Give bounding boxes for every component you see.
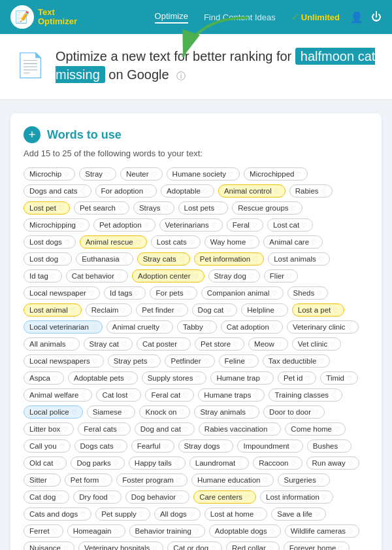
heart-icon[interactable]: ♡: [252, 256, 258, 263]
heart-icon[interactable]: ♡: [179, 341, 185, 348]
nav-find-content[interactable]: Find Content Ideas: [204, 12, 276, 22]
heart-icon[interactable]: ♡: [178, 494, 184, 501]
tag-item[interactable]: Lost at home♡: [204, 507, 267, 521]
tag-item[interactable]: Id tag♡: [24, 269, 62, 283]
tag-item[interactable]: Cat lost♡: [96, 388, 141, 402]
tag-item[interactable]: Veterinary clinic♡: [287, 320, 359, 334]
heart-icon[interactable]: ♡: [296, 171, 302, 178]
heart-icon[interactable]: ♡: [321, 494, 327, 501]
heart-icon[interactable]: ♡: [255, 511, 261, 518]
tag-item[interactable]: Lost animals♡: [268, 252, 330, 266]
heart-icon[interactable]: ♡: [110, 494, 116, 501]
tag-item[interactable]: Animal care♡: [263, 235, 323, 249]
tag-item[interactable]: Cat or dog♡: [167, 541, 222, 550]
heart-icon[interactable]: ♡: [321, 188, 327, 195]
heart-icon[interactable]: ♡: [78, 222, 84, 229]
tag-item[interactable]: Stray pets♡: [108, 354, 161, 368]
heart-icon[interactable]: ♡: [64, 239, 70, 246]
heart-icon[interactable]: ♡: [49, 477, 55, 484]
tag-item[interactable]: Humane trap♡: [210, 371, 273, 385]
tag-item[interactable]: Laundromat♡: [189, 456, 249, 470]
heart-icon[interactable]: ♡: [253, 392, 259, 399]
tag-item[interactable]: Humane education♡: [191, 473, 274, 487]
tag-item[interactable]: Forever home♡: [284, 541, 350, 550]
heart-icon[interactable]: ♡: [269, 426, 275, 433]
tag-item[interactable]: Surgeries♡: [278, 473, 329, 487]
heart-icon[interactable]: ♡: [318, 358, 324, 365]
heart-icon[interactable]: ♡: [80, 392, 86, 399]
tag-item[interactable]: Feral cats♡: [78, 422, 131, 436]
tag-item[interactable]: Animal control♡: [218, 184, 286, 198]
tag-item[interactable]: Litter box♡: [24, 422, 74, 436]
heart-icon[interactable]: ♡: [60, 256, 66, 263]
tag-item[interactable]: Pet id♡: [278, 371, 316, 385]
heart-icon[interactable]: ♡: [244, 494, 250, 501]
tag-item[interactable]: Tabby♡: [177, 320, 217, 334]
tag-item[interactable]: Pet store♡: [195, 337, 244, 351]
tag-item[interactable]: Pet search♡: [74, 201, 129, 215]
heart-icon[interactable]: ♡: [301, 222, 307, 229]
tag-item[interactable]: Id tags♡: [104, 286, 146, 300]
tag-item[interactable]: Old cat♡: [24, 456, 67, 470]
heart-icon[interactable]: ♡: [262, 375, 268, 382]
tag-item[interactable]: Stray animals♡: [194, 405, 259, 419]
heart-icon[interactable]: ♡: [314, 511, 320, 518]
tag-item[interactable]: Local newspapers♡: [24, 354, 104, 368]
tag-item[interactable]: Pet supply♡: [95, 507, 150, 521]
heart-icon[interactable]: ♡: [346, 375, 352, 382]
tag-item[interactable]: Stray dogs♡: [178, 439, 234, 453]
tag-item[interactable]: Ferret♡: [24, 524, 63, 538]
heart-icon[interactable]: ♡: [329, 341, 335, 348]
heart-icon[interactable]: ♡: [114, 528, 120, 535]
heart-icon[interactable]: ♡: [176, 307, 182, 314]
heart-icon[interactable]: ♡: [50, 273, 56, 280]
tag-item[interactable]: Microchipped♡: [244, 167, 308, 180]
tag-item[interactable]: Pet finder♡: [136, 303, 188, 317]
heart-icon[interactable]: ♡: [316, 290, 322, 297]
heart-icon[interactable]: ♡: [347, 324, 353, 331]
heart-icon[interactable]: ♡: [149, 358, 155, 365]
heart-icon[interactable]: ♡: [88, 290, 94, 297]
tag-item[interactable]: Siamese♡: [87, 405, 136, 419]
tag-item[interactable]: Meow♡: [248, 337, 288, 351]
tag-item[interactable]: Pet adoption♡: [93, 218, 155, 232]
tag-item[interactable]: Dog and cat♡: [135, 422, 195, 436]
heart-icon[interactable]: ♡: [91, 324, 97, 331]
tag-item[interactable]: Training classes♡: [269, 388, 342, 402]
tag-item[interactable]: Humane society♡: [167, 167, 240, 180]
heart-icon[interactable]: ♡: [161, 324, 167, 331]
tag-item[interactable]: Flier♡: [264, 269, 298, 283]
heart-icon[interactable]: ♡: [276, 341, 282, 348]
tag-item[interactable]: Lost a pet♡: [292, 303, 345, 317]
tag-item[interactable]: Cat adoption♡: [221, 320, 283, 334]
tag-item[interactable]: Animal welfare♡: [24, 388, 92, 402]
heart-icon[interactable]: ♡: [144, 222, 150, 229]
tag-item[interactable]: Dog behavior♡: [125, 490, 189, 504]
heart-icon[interactable]: ♡: [221, 443, 227, 450]
heart-icon[interactable]: ♡: [340, 443, 346, 450]
heart-icon[interactable]: ♡: [135, 239, 141, 246]
tag-item[interactable]: Call you♡: [24, 439, 71, 453]
heart-icon[interactable]: ♡: [182, 392, 188, 399]
tag-item[interactable]: Stray cat♡: [84, 337, 133, 351]
add-button[interactable]: +: [24, 126, 41, 143]
heart-icon[interactable]: ♡: [334, 426, 340, 433]
tag-item[interactable]: Feral♡: [227, 218, 263, 232]
tag-item[interactable]: Wildlife cameras♡: [285, 524, 359, 538]
tag-item[interactable]: Stray dog♡: [208, 269, 260, 283]
heart-icon[interactable]: ♡: [248, 239, 253, 246]
tag-item[interactable]: Local veterinarian♡: [24, 320, 103, 334]
tag-item[interactable]: Vet clinic♡: [292, 337, 341, 351]
heart-icon[interactable]: ♡: [348, 460, 353, 467]
tag-item[interactable]: Microchipping♡: [24, 218, 90, 232]
heart-icon[interactable]: ♡: [225, 307, 231, 314]
tag-item[interactable]: Lost cats♡: [151, 235, 201, 249]
heart-icon[interactable]: ♡: [178, 256, 184, 263]
heart-icon[interactable]: ♡: [178, 409, 184, 416]
heart-icon[interactable]: ♡: [268, 545, 274, 551]
heart-icon[interactable]: ♡: [71, 409, 77, 416]
tag-item[interactable]: Happy tails♡: [129, 456, 186, 470]
heart-icon[interactable]: ♡: [145, 188, 151, 195]
heart-icon[interactable]: ♡: [123, 409, 129, 416]
tag-item[interactable]: Care centers♡: [193, 490, 256, 504]
